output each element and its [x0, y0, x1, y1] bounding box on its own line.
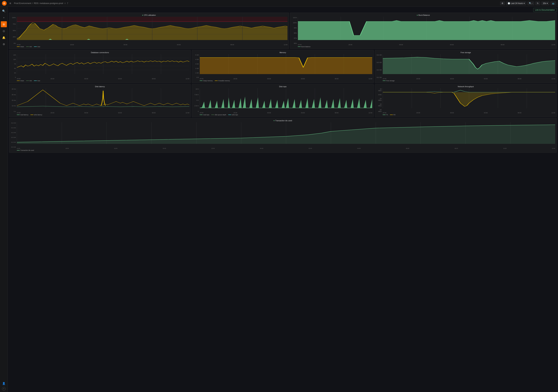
storage-chart-inner: [383, 54, 555, 74]
panel-disk-latency: Disk latency 40 ms 30 ms 20 ms 10 ms 0 s: [9, 84, 191, 117]
storage-y-axis: 314 GB 313 GB 313 GB 312 GB: [376, 54, 382, 78]
time-range-btn[interactable]: 🕐 Last 24 hours ▾: [506, 1, 526, 5]
iops-y-axis: 10 K 7.50 K 5 K 2.50 K 0: [193, 88, 199, 112]
db-legend: mean min max: [17, 80, 189, 82]
db-chart-inner: [17, 54, 189, 74]
latency-legend: read latency write latency: [17, 114, 189, 116]
topnav: G ⊞ Prod Environment / RDS: metabase-pos…: [0, 0, 558, 7]
tx-chart-inner: [17, 122, 555, 144]
refresh-btn[interactable]: ↻: [535, 1, 540, 5]
panel-latency-title: Disk latency: [10, 86, 189, 87]
panel-memory-title: Memory: [193, 52, 372, 53]
memory-chart-area: 5 GB 4 GB 3 GB 2 GB 1 GB 0 B: [193, 54, 372, 82]
cpu-legend: mean min max: [17, 46, 288, 47]
row-4: ♥ Transaction ids used 33.3 Mil 33.3 Mil…: [9, 118, 557, 153]
burst-legend: Burst balance: [298, 46, 555, 47]
panel-db-title: Database connections: [10, 52, 189, 53]
panel-storage-title: Free storage: [376, 52, 555, 53]
cpu-chart-area: 100% 75% 50% 25% 0%: [10, 17, 288, 47]
star-icon[interactable]: ☆: [64, 2, 66, 4]
main-content: Link to Documentation ♥ CPU utilization …: [8, 7, 558, 392]
tx-legend: Transaction ids used: [17, 149, 555, 151]
svg-marker-39: [200, 57, 372, 74]
sidebar-item-profile[interactable]: 👤: [1, 380, 7, 386]
sidebar: 🔍 ＋ ⊞ ◎ 🔔 ⚙ 👤 ?: [0, 7, 8, 392]
tx-x-axis: 14:00 16:00 18:00 20:00 22:00 00:00 02:0…: [17, 147, 555, 149]
panel-iops-title: Disk iops: [193, 86, 372, 87]
network-chart-area: 20 MB/s 0 B/s -20 MB/s -40 MB/s -60 MB/s: [376, 88, 555, 116]
burst-chart-inner: [298, 17, 555, 40]
layout: 🔍 ＋ ⊞ ◎ 🔔 ⚙ 👤 ? Link to Documentation ♥ …: [0, 7, 558, 392]
latency-chart-inner: [17, 88, 189, 108]
grafana-logo[interactable]: G: [2, 1, 7, 6]
panel-cpu: ♥ CPU utilization 100% 75% 50% 25% 0%: [9, 13, 289, 49]
panel-network-title: Network throughput: [376, 86, 555, 87]
memory-chart-inner: [200, 54, 372, 74]
sidebar-item-settings[interactable]: ⚙: [1, 41, 7, 47]
grid-icon[interactable]: ⊞: [8, 1, 13, 6]
iops-chart-inner: [200, 88, 372, 108]
row-1: ♥ CPU utilization 100% 75% 50% 25% 0%: [9, 13, 557, 49]
network-y-axis: 20 MB/s 0 B/s -20 MB/s -40 MB/s -60 MB/s: [376, 88, 382, 112]
memory-x-axis: 16:00 20:00 00:00 04:00 08:00 12:00: [200, 77, 372, 79]
burst-chart-area: 101% 100% 99% 98% 97% 96%: [291, 17, 555, 47]
burst-x-axis: 16:00 20:00 00:00 04:00 08:00 12:00: [298, 43, 555, 45]
panel-cpu-title: ♥ CPU utilization: [10, 14, 288, 16]
panel-tx-ids: ♥ Transaction ids used 33.3 Mil 33.3 Mil…: [9, 118, 557, 153]
cpu-y-axis: 100% 75% 50% 25% 0%: [10, 17, 17, 44]
row-3: Disk latency 40 ms 30 ms 20 ms 10 ms 0 s: [9, 84, 557, 117]
tx-chart-area: 33.3 Mil 33.3 Mil 33.3 Mil 33.3 Mil 33.3…: [10, 122, 555, 151]
cpu-x-axis: 16:00 20:00 00:00 04:00 08:00 12:00: [17, 43, 288, 45]
tx-y-axis: 33.3 Mil 33.3 Mil 33.3 Mil 33.3 Mil 33.3…: [10, 122, 17, 148]
panel-memory: Memory 5 GB 4 GB 3 GB 2 GB 1 GB 0 B: [192, 50, 374, 83]
share-icon[interactable]: ⤴: [67, 2, 68, 4]
latency-chart-area: 40 ms 30 ms 20 ms 10 ms 0 s: [10, 88, 189, 116]
iops-chart-area: 10 K 7.50 K 5 K 2.50 K 0: [193, 88, 372, 116]
nav-right: ⚙ 🕐 Last 24 hours ▾ 🔍− ↻ 10s ▾ 📺: [500, 1, 556, 5]
panel-burst: ♥ Burst Balance 101% 100% 99% 98% 97% 96…: [290, 13, 557, 49]
db-x-axis: 16:00 20:00 00:00 04:00 08:00 12:00: [17, 77, 189, 79]
breadcrumb-sep: /: [32, 2, 33, 4]
breadcrumb-env: Prod Environment: [14, 2, 31, 4]
memory-y-axis: 5 GB 4 GB 3 GB 2 GB 1 GB 0 B: [193, 54, 199, 78]
network-chart-inner: [383, 88, 555, 108]
network-x-axis: 16:00 20:00 00:00 04:00 08:00 12:00: [383, 112, 555, 113]
panel-tx-title: ♥ Transaction ids used: [10, 120, 555, 122]
cpu-chart-inner: [17, 17, 288, 40]
memory-legend: Swap memory Freeable memory: [200, 80, 372, 82]
burst-y-axis: 101% 100% 99% 98% 97% 96%: [291, 17, 297, 44]
row-2: Database connections 125 100 75 50 25 0: [9, 50, 557, 83]
breadcrumb-db: RDS: metabase-postgres-prod: [34, 2, 63, 4]
burst-heart-icon: ♥: [417, 14, 418, 16]
sidebar-item-help[interactable]: ?: [2, 387, 6, 391]
link-to-documentation-btn[interactable]: Link to Documentation: [533, 8, 557, 12]
sidebar-item-explore[interactable]: ◎: [1, 28, 7, 34]
panel-network: Network throughput 20 MB/s 0 B/s -20 MB/…: [375, 84, 557, 117]
storage-chart-area: 314 GB 313 GB 313 GB 312 GB: [376, 54, 555, 82]
storage-x-axis: 16:00 20:00 00:00 04:00 08:00 12:00: [383, 77, 555, 79]
db-y-axis: 125 100 75 50 25 0: [10, 54, 17, 78]
latency-x-axis: 16:00 20:00 00:00 04:00 08:00 12:00: [17, 112, 189, 113]
db-chart-area: 125 100 75 50 25 0: [10, 54, 189, 82]
sidebar-item-search[interactable]: 🔍: [1, 8, 7, 14]
svg-marker-21: [298, 20, 555, 40]
tv-btn[interactable]: 📺: [550, 1, 556, 5]
zoom-out-btn[interactable]: 🔍−: [527, 1, 534, 5]
refresh-rate-btn[interactable]: 10s ▾: [541, 1, 549, 5]
panel-db-conn: Database connections 125 100 75 50 25 0: [9, 50, 191, 83]
sidebar-item-alerts[interactable]: 🔔: [1, 35, 7, 41]
network-legend: TX RX: [383, 114, 555, 116]
breadcrumb: Prod Environment / RDS: metabase-postgre…: [14, 2, 68, 4]
iops-x-axis: 16:00 20:00 00:00 04:00 08:00 12:00: [200, 112, 372, 113]
tx-heart-icon: ♥: [273, 120, 275, 122]
storage-legend: Free storage: [383, 80, 555, 82]
panel-free-storage: Free storage 314 GB 313 GB 313 GB 312 GB: [375, 50, 557, 83]
sidebar-item-add[interactable]: ＋: [1, 15, 7, 21]
panel-disk-iops: Disk iops 10 K 7.50 K 5 K 2.50 K 0: [192, 84, 374, 117]
gear-btn[interactable]: ⚙: [500, 1, 505, 5]
panel-burst-title: ♥ Burst Balance: [291, 14, 555, 16]
iops-legend: read iops disk queue depth write iops: [200, 114, 372, 116]
cpu-heart-icon: ♥: [142, 14, 143, 16]
latency-y-axis: 40 ms 30 ms 20 ms 10 ms 0 s: [10, 88, 17, 112]
sidebar-item-dashboard[interactable]: ⊞: [1, 21, 7, 27]
